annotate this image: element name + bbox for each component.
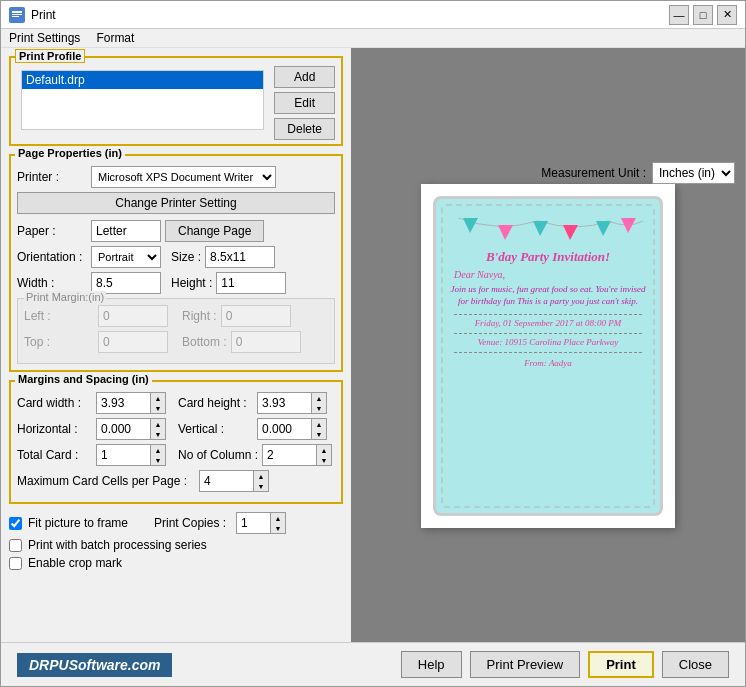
total-card-down[interactable]: ▼ (151, 455, 165, 465)
measurement-label: Measurement Unit : (541, 166, 646, 180)
card-body: Join us for music, fun great food so eat… (446, 284, 650, 307)
svg-rect-2 (12, 14, 22, 15)
orientation-size-row: Orientation : Portrait Size : (17, 246, 335, 268)
card-width-input[interactable] (96, 392, 151, 414)
card-date: Friday, 01 Sepsember 2017 at 08:00 PM (446, 318, 650, 328)
maximize-button[interactable]: □ (693, 5, 713, 25)
close-button[interactable]: ✕ (717, 5, 737, 25)
no-of-column-up[interactable]: ▲ (317, 445, 331, 455)
horizontal-spinner[interactable]: ▲ ▼ (96, 418, 166, 440)
right-input (221, 305, 291, 327)
measurement-row: Measurement Unit : Inches (in) (541, 162, 735, 184)
left-input (98, 305, 168, 327)
footer-buttons: Help Print Preview Print Close (401, 651, 729, 678)
menu-print-settings[interactable]: Print Settings (9, 31, 80, 45)
print-copies-up[interactable]: ▲ (271, 513, 285, 523)
print-copies-spinner[interactable]: ▲ ▼ (236, 512, 286, 534)
top-bottom-row: Top : Bottom : (24, 331, 328, 353)
card-from: From: Aadya (446, 358, 650, 368)
no-of-column-down[interactable]: ▼ (317, 455, 331, 465)
print-preview-button[interactable]: Print Preview (470, 651, 581, 678)
print-copies-down[interactable]: ▼ (271, 523, 285, 533)
card-height-input[interactable] (257, 392, 312, 414)
vertical-input[interactable] (257, 418, 312, 440)
card-width-height-row: Card width : ▲ ▼ Card height : ▲ ▼ (17, 392, 335, 414)
max-cells-label: Maximum Card Cells per Page : (17, 474, 187, 488)
fit-picture-row: Fit picture to frame Print Copies : ▲ ▼ (9, 512, 343, 534)
svg-marker-5 (498, 225, 513, 240)
orientation-label: Orientation : (17, 250, 87, 264)
horiz-vert-row: Horizontal : ▲ ▼ Vertical : ▲ ▼ (17, 418, 335, 440)
crop-mark-label: Enable crop mark (28, 556, 122, 570)
width-label: Width : (17, 276, 87, 290)
no-of-column-spinner[interactable]: ▲ ▼ (262, 444, 332, 466)
total-card-spinner[interactable]: ▲ ▼ (96, 444, 166, 466)
card-height-spinner[interactable]: ▲ ▼ (257, 392, 327, 414)
right-panel: Measurement Unit : Inches (in) (351, 48, 745, 642)
left-label: Left : (24, 309, 94, 323)
add-profile-button[interactable]: Add (274, 66, 335, 88)
height-input[interactable] (216, 272, 286, 294)
card-height-down[interactable]: ▼ (312, 403, 326, 413)
orientation-select[interactable]: Portrait (91, 246, 161, 268)
horizontal-up[interactable]: ▲ (151, 419, 165, 429)
change-page-button[interactable]: Change Page (165, 220, 264, 242)
svg-marker-7 (563, 225, 578, 240)
drpu-watermark-text: DRPUSoftware.com (17, 653, 172, 677)
printer-select[interactable]: Microsoft XPS Document Writer (91, 166, 276, 188)
delete-profile-button[interactable]: Delete (274, 118, 335, 140)
horizontal-input[interactable] (96, 418, 151, 440)
vertical-up[interactable]: ▲ (312, 419, 326, 429)
vertical-spinner[interactable]: ▲ ▼ (257, 418, 327, 440)
vertical-down[interactable]: ▼ (312, 429, 326, 439)
card-divider-3 (454, 352, 642, 353)
left-right-row: Left : Right : (24, 305, 328, 327)
print-copies-input[interactable] (236, 512, 271, 534)
close-button[interactable]: Close (662, 651, 729, 678)
top-label: Top : (24, 335, 94, 349)
print-button[interactable]: Print (588, 651, 654, 678)
printer-label: Printer : (17, 170, 87, 184)
max-cells-up[interactable]: ▲ (254, 471, 268, 481)
no-of-column-input[interactable] (262, 444, 317, 466)
vertical-label: Vertical : (178, 422, 253, 436)
max-cells-down[interactable]: ▼ (254, 481, 268, 491)
total-card-up[interactable]: ▲ (151, 445, 165, 455)
profile-item-default[interactable]: Default.drp (22, 71, 263, 89)
change-printer-button[interactable]: Change Printer Setting (17, 192, 335, 214)
batch-processing-label: Print with batch processing series (28, 538, 207, 552)
profile-row: Default.drp Add Edit Delete (17, 66, 335, 140)
horizontal-down[interactable]: ▼ (151, 429, 165, 439)
max-cells-spinner[interactable]: ▲ ▼ (199, 470, 269, 492)
fit-picture-label: Fit picture to frame (28, 516, 128, 530)
max-cells-input[interactable] (199, 470, 254, 492)
card-dear: Dear Navya, (454, 269, 650, 280)
right-label: Right : (182, 309, 217, 323)
total-card-input[interactable] (96, 444, 151, 466)
card-width-up[interactable]: ▲ (151, 393, 165, 403)
size-input[interactable] (205, 246, 275, 268)
edit-profile-button[interactable]: Edit (274, 92, 335, 114)
fit-picture-checkbox[interactable] (9, 517, 22, 530)
help-button[interactable]: Help (401, 651, 462, 678)
svg-marker-9 (621, 218, 636, 233)
margins-spacing-label: Margins and Spacing (in) (15, 373, 152, 385)
print-margin-section: Print Margin:(in) Left : Right : Top : B… (17, 298, 335, 364)
card-title: B'day Party Invitation! (446, 249, 650, 265)
menu-bar: Print Settings Format (1, 29, 745, 48)
minimize-button[interactable]: — (669, 5, 689, 25)
batch-processing-checkbox[interactable] (9, 539, 22, 552)
crop-mark-checkbox[interactable] (9, 557, 22, 570)
card-bunting (446, 213, 650, 243)
no-of-column-label: No of Column : (178, 448, 258, 462)
profile-list[interactable]: Default.drp (21, 70, 264, 130)
svg-marker-4 (463, 218, 478, 233)
crop-mark-row: Enable crop mark (9, 556, 343, 570)
card-width-down[interactable]: ▼ (151, 403, 165, 413)
paper-input[interactable] (91, 220, 161, 242)
menu-format[interactable]: Format (96, 31, 134, 45)
measurement-select[interactable]: Inches (in) (652, 162, 735, 184)
card-height-up[interactable]: ▲ (312, 393, 326, 403)
card-preview: B'day Party Invitation! Dear Navya, Join… (433, 196, 663, 516)
card-width-spinner[interactable]: ▲ ▼ (96, 392, 166, 414)
